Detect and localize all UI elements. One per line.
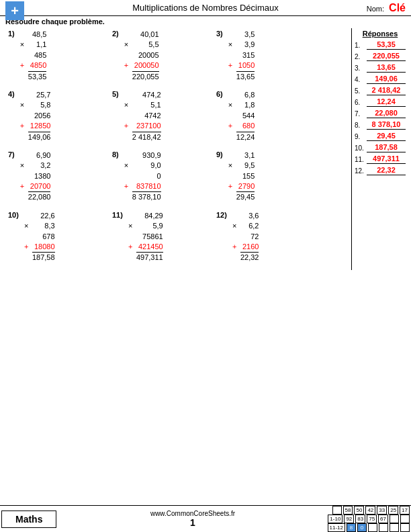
answer-value-3: 13,65: [367, 63, 406, 73]
calc-p2-10: 18080: [32, 242, 55, 252]
score-header-25: 25: [388, 506, 398, 515]
calc-p2-7: 20700: [28, 181, 51, 191]
calc-4: 25,7 5,8 2056 12850 149,06: [28, 90, 51, 142]
calc-mult-8: 9,0: [132, 161, 161, 171]
prob-num-5: 5): [112, 90, 119, 98]
calc-6: 6,8 1,8 544 680 12,24: [236, 90, 255, 142]
calc-result-1: 53,35: [28, 71, 47, 82]
problem-8: 8) 930,9 9,0 0 837810 8 378,10: [107, 149, 211, 204]
calc-p2-4: 12850: [28, 121, 51, 131]
calc-p2-3: 1050: [236, 60, 255, 71]
answer-item-12: 12. 22,32: [355, 166, 406, 175]
calc-p1-6: 544: [236, 111, 255, 121]
calc-result-7: 22,080: [28, 191, 51, 202]
prob-num-8: 8): [112, 150, 119, 159]
logo-plus-icon: +: [11, 4, 19, 17]
calc-result-12: 22,32: [240, 252, 259, 263]
score-val-empty5: [390, 523, 399, 532]
problem-9: 9) 3,1 9,5 155 2790 29,45: [211, 149, 315, 204]
calc-p1-9: 155: [236, 171, 255, 181]
footer-page: 1: [58, 517, 327, 528]
problem-row-1: 1) 48,5 1,1 485 4850 53,35 2) 40,01 5,5 …: [3, 28, 351, 83]
calc-mult-11: 5,9: [136, 221, 163, 231]
problem-2: 2) 40,01 5,5 20005 200050 220,055: [107, 28, 211, 83]
instructions: Résoudre chaque problème.: [0, 16, 411, 27]
answer-value-1: 53,35: [367, 40, 406, 50]
answer-num-6: 6.: [355, 99, 367, 106]
answer-num-4: 4.: [355, 76, 367, 83]
calc-5: 474,2 5,1 4742 237100 2 418,42: [132, 90, 161, 142]
calc-result-5: 2 418,42: [132, 132, 161, 142]
answer-value-10: 187,58: [367, 143, 406, 152]
calc-result-3: 13,65: [236, 71, 255, 82]
calc-p1-2: 20005: [132, 50, 159, 60]
calc-p2-2: 200050: [132, 60, 159, 71]
footer-scores: 58 50 42 33 25 17 1-10 92 83 75 67 11-12…: [328, 506, 410, 532]
answer-value-12: 22,32: [367, 166, 406, 175]
score-val-empty4: [379, 523, 388, 532]
problem-7: 7) 6,90 3,2 1380 20700 22,080: [3, 149, 107, 204]
problem-5: 5) 474,2 5,1 4742 237100 2 418,42: [107, 89, 211, 144]
score-val-empty2: [400, 515, 410, 523]
prob-num-11: 11): [112, 211, 123, 219]
calc-top-12: 3,6: [240, 211, 259, 221]
calc-mult-1: 1,1: [28, 40, 47, 50]
score-val-empty6: [400, 523, 410, 532]
problem-row-3: 7) 6,90 3,2 1380 20700 22,080 8) 930,9 9…: [3, 149, 351, 204]
calc-mult-2: 5,5: [132, 40, 159, 50]
calc-p2-1: 4850: [28, 60, 47, 71]
calc-p1-11: 75861: [136, 232, 163, 242]
score-header-42: 42: [365, 506, 375, 515]
score-label-11-12: 11-12: [328, 523, 345, 532]
answer-item-10: 10. 187,58: [355, 143, 406, 152]
calc-10: 22,6 8,3 678 18080 187,58: [32, 211, 55, 263]
answer-value-7: 22,080: [367, 109, 406, 118]
score-val-empty1: [390, 515, 399, 523]
answer-item-9: 9. 29,45: [355, 132, 406, 141]
score-row-headers: 58 50 42 33 25 17: [332, 506, 410, 515]
answer-item-2: 2. 220,055: [355, 52, 406, 61]
answer-num-2: 2.: [355, 53, 367, 60]
nom-label: Nom:: [367, 5, 384, 13]
problem-4: 4) 25,7 5,8 2056 12850 149,06: [3, 89, 107, 144]
score-header-58: 58: [343, 506, 353, 515]
calc-7: 6,90 3,2 1380 20700 22,080: [28, 150, 51, 203]
score-val-92: 92: [344, 515, 354, 523]
answer-value-5: 2 418,42: [367, 86, 406, 95]
problems-area: 1) 48,5 1,1 485 4850 53,35 2) 40,01 5,5 …: [3, 28, 351, 270]
answer-item-11: 11. 497,311: [355, 154, 406, 164]
answer-value-6: 12,24: [367, 97, 406, 107]
prob-num-6: 6): [216, 90, 223, 98]
footer-maths-label: Maths: [1, 511, 56, 528]
calc-p1-8: 0: [132, 171, 161, 181]
calc-mult-4: 5,8: [28, 100, 51, 110]
calc-p1-12: 72: [240, 232, 259, 242]
prob-num-10: 10): [8, 211, 19, 219]
calc-top-1: 48,5: [28, 30, 47, 40]
answer-num-1: 1.: [355, 42, 367, 49]
score-val-8: 8: [347, 523, 356, 532]
calc-p2-12: 2160: [240, 242, 259, 252]
score-label-1-10: 1-10: [328, 515, 342, 523]
prob-num-3: 3): [216, 30, 223, 38]
header-nom: Nom: Clé: [367, 2, 406, 14]
prob-num-2: 2): [112, 30, 119, 38]
calc-p2-8: 837810: [132, 181, 161, 191]
calc-result-4: 149,06: [28, 132, 51, 142]
answer-num-8: 8.: [355, 122, 367, 129]
calc-mult-9: 9,5: [236, 161, 255, 171]
calc-result-8: 8 378,10: [132, 191, 161, 202]
prob-num-7: 7): [8, 150, 15, 159]
calc-result-10: 187,58: [32, 252, 55, 263]
calc-top-9: 3,1: [236, 150, 255, 161]
calc-top-3: 3,5: [236, 30, 255, 40]
answer-item-3: 3. 13,65: [355, 63, 406, 73]
score-val-83: 83: [355, 515, 365, 523]
score-val-empty3: [368, 523, 377, 532]
answer-num-3: 3.: [355, 64, 367, 72]
score-row-11-12: 11-12 8 0: [328, 523, 410, 532]
calc-3: 3,5 3,9 315 1050 13,65: [236, 30, 255, 82]
score-header-17: 17: [400, 506, 410, 515]
problem-3: 3) 3,5 3,9 315 1050 13,65: [211, 28, 315, 83]
prob-num-12: 12): [216, 211, 227, 219]
